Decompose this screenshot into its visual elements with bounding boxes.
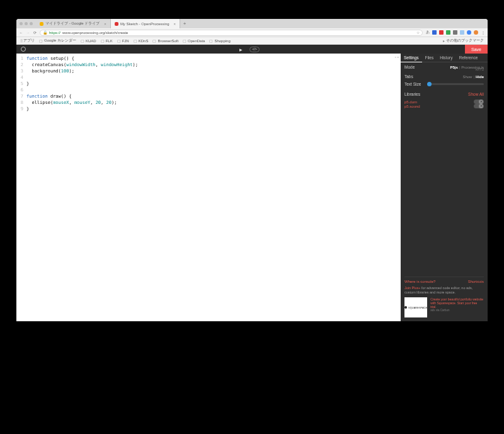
library-name[interactable]: p5.dom [404, 100, 417, 104]
sidebar: SettingsFilesHistoryReference Mode P5js|… [401, 54, 488, 321]
code-line[interactable] [26, 87, 138, 93]
reload-button[interactable]: ⟳ [33, 30, 37, 35]
textsize-slider[interactable] [427, 83, 484, 85]
code-line[interactable]: ellipse(mouseX, mouseY, 20, 20); [26, 100, 138, 106]
folder-icon: ▢ [209, 38, 213, 43]
console-link[interactable]: Where is console? [404, 280, 435, 283]
textsize-label: Text Size [404, 82, 421, 86]
tab-title: マイドライブ - Google ドライブ [45, 21, 100, 26]
play-button[interactable]: ▶ [237, 46, 244, 52]
ext-icon-2[interactable] [439, 30, 444, 35]
slider-thumb[interactable] [427, 82, 432, 86]
forward-button[interactable]: → [26, 31, 30, 35]
ext-icon-7[interactable] [474, 30, 478, 35]
library-row: p5.sound [404, 104, 484, 108]
folder-icon: ▢ [101, 38, 105, 43]
code-line[interactable]: } [26, 106, 138, 112]
browser-tab[interactable]: マイドライブ - Google ドライブ× [36, 19, 111, 28]
sidebar-tabs: SettingsFilesHistoryReference [401, 54, 488, 62]
lock-icon: 🔒 [43, 30, 47, 35]
back-button[interactable]: ← [19, 31, 23, 35]
bookmark-item[interactable]: ▢FJN [117, 38, 129, 43]
star-icon[interactable]: ☆ [416, 30, 420, 35]
omnibox[interactable]: 🔒 https://www.openprocessing.org/sketch/… [40, 30, 423, 36]
code-line[interactable]: function draw() { [26, 93, 138, 100]
code-line[interactable]: background(100); [26, 68, 138, 74]
translate-icon[interactable]: あ [425, 30, 430, 35]
logo[interactable] [16, 47, 30, 52]
main-area: 123456789 function setup() { createCanva… [16, 54, 488, 321]
ext-icon-5[interactable] [460, 30, 464, 35]
bookmark-item[interactable]: ▢FLK [101, 38, 113, 43]
tabs-visibility-selector[interactable]: Show|Hide [462, 75, 484, 79]
folder-icon: ▢ [81, 38, 84, 43]
bookmark-item[interactable]: ▢KDnS [134, 38, 149, 43]
other-bookmarks[interactable]: ▸その他のブックマーク [443, 38, 484, 43]
logo-icon [21, 47, 26, 52]
url-rest: www.openprocessing.org/sketch/create [62, 31, 128, 35]
sidebar-tab-history[interactable]: History [437, 54, 455, 62]
code-toggle-button[interactable]: </> [251, 46, 258, 52]
sidebar-tab-settings[interactable]: Settings [401, 54, 422, 62]
browser-tab[interactable]: My Sketch - OpenProcessing× [111, 19, 180, 28]
code-icon: </> [249, 47, 259, 52]
editor-menu-icon[interactable]: ⋮ [396, 55, 398, 60]
favicon [115, 22, 118, 26]
ext-icon-1[interactable] [432, 30, 437, 35]
folder-icon: ▢ [117, 38, 121, 43]
bookmark-item[interactable]: ▢KUAD [81, 38, 96, 43]
ext-icon-4[interactable] [453, 30, 457, 35]
code-content[interactable]: function setup() { createCanvas(windowWi… [25, 54, 140, 321]
mode-label: Mode [404, 65, 415, 69]
library-toggle[interactable] [474, 104, 484, 108]
ad-text: Create your beautiful portfolio website … [430, 297, 484, 309]
promo-text: Join Plus+ for advanced code editor, no … [404, 286, 484, 295]
code-line[interactable]: createCanvas(windowWidth, windowHeight); [26, 62, 138, 68]
bookmark-item[interactable]: ▢BrowserSoft [152, 38, 178, 43]
library-toggle[interactable] [474, 100, 484, 104]
carbon-ad[interactable]: SQUARESPACE Create your beautiful portfo… [404, 297, 484, 317]
apps-icon: ⠿ [20, 38, 22, 43]
library-name[interactable]: p5.sound [404, 105, 420, 108]
folder-icon: ▢ [183, 38, 186, 43]
bookmark-item[interactable]: ▢Shopping [209, 38, 230, 43]
window-controls[interactable] [16, 19, 36, 28]
shortcuts-link[interactable]: Shortcuts [468, 280, 484, 283]
tab-close-icon[interactable]: × [174, 22, 176, 26]
address-bar-row: ← → ⟳ 🔒 https://www.openprocessing.org/s… [16, 28, 488, 37]
url-secure: https:// [49, 31, 60, 35]
folder-icon: ▢ [134, 38, 137, 43]
tab-close-icon[interactable]: × [104, 22, 106, 26]
bookmark-item[interactable]: ▢OpenData [183, 38, 205, 43]
save-button[interactable]: Save [465, 45, 488, 54]
close-dot[interactable] [20, 22, 23, 25]
favicon [40, 22, 43, 26]
tab-strip: マイドライブ - Google ドライブ×My Sketch - OpenPro… [16, 19, 488, 28]
line-gutter: 123456789 [16, 54, 25, 321]
join-plus-link[interactable]: Join Plus+ [404, 286, 421, 290]
folder-icon: ▢ [39, 38, 43, 43]
menu-icon[interactable]: ⋮ [481, 30, 485, 35]
sidebar-tab-files[interactable]: Files [422, 54, 437, 62]
ext-icon-3[interactable] [446, 30, 450, 35]
code-line[interactable]: } [26, 81, 138, 87]
library-row: p5.dom [404, 100, 484, 104]
code-line[interactable]: function setup() { [26, 55, 138, 62]
zoom-dot[interactable] [30, 22, 33, 25]
sidebar-tab-reference[interactable]: Reference [455, 54, 481, 62]
showall-link[interactable]: Show All [468, 92, 484, 96]
folder-icon: ▢ [152, 38, 156, 43]
code-editor[interactable]: 123456789 function setup() { createCanva… [16, 54, 401, 321]
ext-icon-6[interactable] [467, 30, 471, 35]
bookmark-item[interactable]: ▢Google カレンダー [39, 38, 76, 43]
app-toolbar: ▶ </> Save [16, 45, 488, 54]
minimize-dot[interactable] [25, 22, 28, 25]
code-line[interactable] [26, 74, 138, 81]
tab-title: My Sketch - OpenProcessing [120, 22, 169, 26]
ad-image: SQUARESPACE [404, 297, 427, 317]
bookmarks-bar: ⠿アプリ ▢Google カレンダー▢KUAD▢FLK▢FJN▢KDnS▢Bro… [16, 37, 488, 45]
apps-button[interactable]: ⠿アプリ [20, 38, 35, 43]
new-tab-button[interactable]: + [180, 19, 189, 28]
extension-icons: あ ⋮ [425, 30, 485, 35]
browser-window: マイドライブ - Google ドライブ×My Sketch - OpenPro… [16, 19, 488, 321]
